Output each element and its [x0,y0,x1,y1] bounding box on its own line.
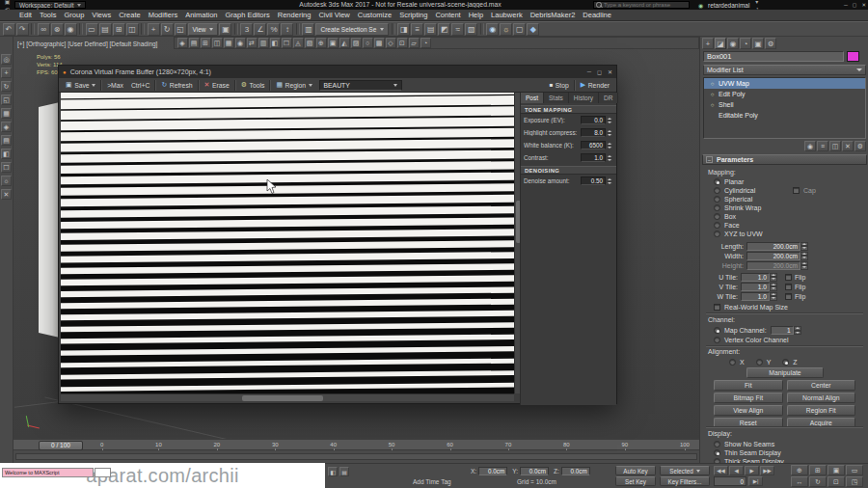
menu-item[interactable]: Group [60,11,88,19]
spinner-arrows[interactable] [606,142,613,149]
alignment-button[interactable]: Region Fit [787,405,856,416]
layer-manager-icon[interactable]: ▤ [424,23,437,36]
left-toolbar-icon[interactable]: ◧ [1,149,12,159]
separator[interactable] [392,23,395,35]
render-pass-dropdown[interactable]: BEAUTY [319,80,402,91]
unlink-selection-icon[interactable]: ⊗ [51,23,64,36]
redo-icon[interactable]: ↷ [16,23,29,36]
alignment-button[interactable]: Center [787,380,856,391]
object-name-field[interactable]: Box001 [703,51,844,62]
hierarchy-tab-icon[interactable]: ◉ [727,38,739,49]
help-search[interactable] [593,1,690,9]
coordinate-field[interactable]: Y: 0.0cm [512,467,549,475]
spinner-arrows[interactable] [794,326,801,335]
separator[interactable] [79,23,83,35]
object-color-swatch[interactable] [847,51,859,62]
user-area[interactable]: ◉ retardedanimal ▾◔ [696,0,761,10]
extra-toolbar-icon[interactable]: ▧ [305,38,315,48]
menu-item[interactable]: Customize [354,11,395,19]
spinner-field[interactable]: 200.0cm [746,252,808,260]
spinner-arrows[interactable] [800,242,808,251]
rendered-image[interactable] [61,93,514,393]
show-end-result-icon[interactable]: ≡ [817,141,828,151]
spinner-field[interactable]: 200.0cm [746,261,808,270]
left-toolbar-icon[interactable]: + [1,68,12,78]
value-field[interactable]: 6500 [581,141,606,149]
extra-toolbar-icon[interactable]: ◈ [177,38,188,48]
viewport-label[interactable]: [+] [Orthographic] [User Defined] [Defau… [17,41,157,47]
denoising-header[interactable]: DENOISING [521,166,616,175]
menu-item[interactable]: Content [431,11,464,19]
pan-icon[interactable]: ↔ [791,476,808,487]
select-and-scale-icon[interactable]: ◱ [175,23,187,36]
flip-checkbox[interactable] [785,274,792,281]
display-tab-icon[interactable]: ▣ [752,38,764,49]
named-selection-sets-icon[interactable]: ▥ [302,23,314,36]
make-unique-icon[interactable]: ◫ [829,141,841,151]
axis-option[interactable]: Z [782,358,797,366]
spinner-field[interactable]: 1 [771,326,801,335]
menu-item[interactable]: Laubwerk [487,11,527,19]
zoom-region-icon[interactable]: ▭ [846,465,863,475]
select-and-link-icon[interactable]: ∞ [38,23,50,36]
manipulate-button[interactable]: Manipulate [746,367,824,378]
angle-snap-icon[interactable]: ∠ [254,23,266,36]
spinner-arrows[interactable] [606,117,613,124]
spinner-arrows[interactable] [770,292,777,301]
menu-item[interactable]: Deadline [579,11,615,19]
vfb-horizontal-scrollbar[interactable] [61,393,514,401]
corona-vfb-window[interactable]: ● Corona Virtual Frame Buffer (1280×720p… [58,65,617,404]
vfb-send-to-max-button[interactable]: >Max [103,79,127,92]
vfb-tab[interactable]: Post [521,93,544,103]
key-filters-button[interactable]: Key Filters... [660,476,710,486]
zoom-extents-icon[interactable]: ▣ [827,465,845,475]
vfb-copy-button[interactable]: Ctrl+C [127,79,153,92]
collapse-icon[interactable]: − [706,156,713,163]
extra-toolbar-icon[interactable]: ◭ [339,38,350,48]
maxscript-listener[interactable] [95,468,111,477]
menu-item[interactable]: Help [465,11,487,19]
spinner-arrows[interactable] [770,273,777,282]
orbit-icon[interactable]: ↻ [809,476,827,487]
mapping-option[interactable]: Box [714,212,736,221]
spinner-arrows[interactable] [606,154,613,162]
menu-item[interactable]: DebrisMaker2 [527,11,580,19]
select-and-move-icon[interactable]: + [148,23,160,36]
menu-item[interactable]: Civil View [314,11,353,19]
extra-toolbar-icon[interactable]: ▨ [351,38,362,48]
extra-toolbar-icon[interactable]: ⇄ [247,38,258,48]
value-field[interactable]: 0.0 [581,116,606,124]
previous-frame-button[interactable]: ◀ [729,466,744,475]
vfb-tab[interactable]: DR [599,93,618,103]
extra-toolbar-icon[interactable]: ◧ [270,38,281,48]
go-to-end-button[interactable]: ▶| [748,476,763,486]
seam-display-option[interactable]: Show No Seams [714,440,774,448]
extra-toolbar-icon[interactable]: ◇ [386,38,396,48]
restore-button[interactable]: ◻ [853,2,857,8]
seam-display-option[interactable]: Thin Seam Display [714,448,781,457]
selection-set-key-dropdown[interactable]: Selected [660,466,710,475]
separator[interactable] [480,23,484,35]
reference-coordinate-dropdown[interactable]: View [188,23,219,36]
spinner-arrows[interactable] [800,261,808,270]
real-world-checkbox[interactable]: Real-World Map Size [714,303,788,312]
spinner-arrows[interactable] [606,177,613,185]
isolate-selection-icon[interactable]: ◧ [328,467,338,476]
mapping-option[interactable]: Face [714,221,740,230]
utilities-tab-icon[interactable]: ⚙ [765,38,776,49]
next-frame-button[interactable]: ▶▶ [760,466,774,475]
flip-checkbox[interactable] [785,284,792,290]
modifier-stack-item[interactable]: Editable Poly [704,110,865,121]
parameters-rollout-header[interactable]: − Parameters [702,154,867,165]
remove-modifier-icon[interactable]: ✕ [842,141,854,151]
field-of-view-icon[interactable]: ⊡ [827,476,845,487]
menu-item[interactable]: Modifiers [145,11,181,19]
bind-to-spacewarp-icon[interactable]: ◉ [65,23,77,36]
extra-toolbar-icon[interactable]: ◬ [293,38,304,48]
value-field[interactable]: 1.0 [581,153,606,162]
extra-toolbar-icon[interactable]: ◔ [420,38,431,48]
go-to-start-button[interactable]: ◀◀ [714,466,728,475]
separator[interactable] [296,23,300,35]
selection-lock-icon[interactable]: ▤ [339,467,349,476]
mapping-option[interactable]: Planar [714,177,744,186]
